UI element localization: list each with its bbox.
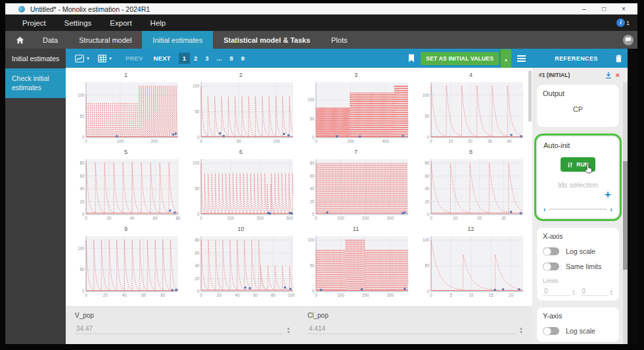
svg-text:50: 50 <box>425 263 430 268</box>
references-header: REFERENCES <box>532 49 628 68</box>
menu-item-export[interactable]: Export <box>101 19 141 27</box>
tab-initial-estimates[interactable]: Initial estimates <box>142 31 213 49</box>
plot-chart: 020406080050100 <box>70 233 182 303</box>
param-stepper-cl-pop[interactable]: ▲▼ <box>519 326 523 334</box>
minimize-button[interactable]: – <box>574 5 594 12</box>
set-values-dropdown[interactable]: ▼ <box>500 49 511 68</box>
svg-text:15: 15 <box>488 293 494 297</box>
scroll-right-icon[interactable]: › <box>610 206 612 213</box>
menu-item-help[interactable]: Help <box>141 19 175 27</box>
window-title: Untitled* - Monolix estimation - 2024R1 <box>30 5 150 13</box>
plots-scrollbar[interactable] <box>528 70 532 260</box>
svg-text:50: 50 <box>80 267 85 272</box>
remove-reference-icon[interactable]: × <box>616 72 620 78</box>
mouse-cursor <box>585 163 594 176</box>
xaxis-limit-max-input[interactable] <box>581 287 609 296</box>
svg-text:0: 0 <box>81 135 84 139</box>
prev-page-button[interactable]: PREV <box>126 55 143 62</box>
svg-text:100: 100 <box>192 84 199 88</box>
home-tab[interactable] <box>5 31 32 49</box>
svg-text:30: 30 <box>487 139 492 143</box>
references-scrollbar-thumb[interactable] <box>623 161 628 270</box>
close-button[interactable]: × <box>614 5 633 12</box>
xaxis-limit-max-stepper[interactable]: ▲▼ <box>610 289 613 296</box>
svg-text:0: 0 <box>430 216 432 220</box>
param-value-input-cl-pop[interactable] <box>308 324 515 334</box>
plots-scrollbar-thumb[interactable] <box>528 70 532 122</box>
svg-text:100: 100 <box>192 161 199 165</box>
xaxis-limit-min-input[interactable] <box>543 287 570 296</box>
svg-text:20: 20 <box>195 276 200 281</box>
notifications-icon[interactable]: i <box>616 18 625 27</box>
plot-title: 12 <box>467 224 474 233</box>
scroll-left-icon[interactable]: ‹ <box>543 206 546 213</box>
plot-type-dropdown[interactable]: ▼ <box>75 55 90 63</box>
param-field-v-pop: V_pop▲▼ <box>75 312 290 344</box>
plot-chart: 0100200300020406080 <box>300 156 412 226</box>
plot-3: 30200400050100 <box>298 70 413 147</box>
page-button-1[interactable]: 1 <box>179 53 190 64</box>
output-title: Output <box>543 89 613 97</box>
svg-text:10: 10 <box>469 293 474 297</box>
svg-text:80: 80 <box>80 161 85 165</box>
svg-text:100: 100 <box>116 139 124 143</box>
svg-text:50: 50 <box>425 114 430 118</box>
plots-toolbar: ▼ ▼ PREV NEXT 123...89 SET AS INITIAL VA… <box>66 49 532 68</box>
plot-11: 110100200300050100 <box>298 224 413 301</box>
sidebar-item-check-initial-estimates[interactable]: Check initial estimates <box>5 68 66 97</box>
param-name: V_pop <box>75 312 290 319</box>
svg-text:40: 40 <box>425 186 430 191</box>
plot-5: 5020406080020406080 <box>68 147 183 224</box>
svg-text:100: 100 <box>422 93 429 97</box>
grid-icon <box>98 55 106 63</box>
svg-text:10: 10 <box>448 139 453 143</box>
trash-icon[interactable] <box>615 55 622 63</box>
param-stepper-v-pop[interactable]: ▲▼ <box>287 326 290 334</box>
tab-bar: DataStructural modelInitial estimatesSta… <box>5 31 637 49</box>
xaxis-log-scale-toggle[interactable] <box>543 247 559 255</box>
param-value-input-v-pop[interactable] <box>75 324 283 334</box>
plot-title: 2 <box>239 70 242 79</box>
next-page-button[interactable]: NEXT <box>154 55 171 62</box>
svg-text:0: 0 <box>200 139 202 143</box>
tab-plots[interactable]: Plots <box>321 31 357 49</box>
references-panel: REFERENCES #1 (INITIAL) × Output CP <box>532 49 628 344</box>
add-ids-button[interactable]: + <box>605 188 611 201</box>
svg-text:20: 20 <box>310 199 315 204</box>
tab-statistical-model-tasks[interactable]: Statistical model & Tasks <box>213 31 321 49</box>
tab-data[interactable]: Data <box>32 31 68 49</box>
menu-icon[interactable] <box>517 55 526 62</box>
download-icon[interactable] <box>605 72 612 79</box>
yaxis-log-scale-toggle[interactable] <box>543 327 559 335</box>
grid-layout-dropdown[interactable]: ▼ <box>98 55 112 63</box>
bookmark-icon[interactable] <box>408 54 415 63</box>
scroll-track[interactable] <box>549 209 608 210</box>
svg-text:20: 20 <box>468 139 473 143</box>
page-button-8[interactable]: 8 <box>226 53 237 64</box>
feedback-chat-button[interactable] <box>623 35 633 45</box>
tab-structural-model[interactable]: Structural model <box>68 31 142 49</box>
page-button-3[interactable]: 3 <box>201 53 212 64</box>
notification-count: 1 <box>626 20 630 26</box>
maximize-button[interactable]: □ <box>594 5 614 12</box>
xaxis-title: X-axis <box>543 232 613 240</box>
set-as-initial-values-button[interactable]: SET AS INITIAL VALUES <box>421 52 499 65</box>
menu-item-settings[interactable]: Settings <box>55 19 101 27</box>
svg-text:20: 20 <box>103 293 108 297</box>
page-button-9[interactable]: 9 <box>237 53 248 64</box>
param-field-cl-pop: Cl_pop▲▼ <box>308 312 523 344</box>
svg-text:40: 40 <box>235 293 240 297</box>
output-card: Output CP <box>537 85 619 127</box>
plot-chart: 05101520050100 <box>415 233 527 303</box>
xaxis-limit-min-stepper[interactable]: ▲▼ <box>572 289 575 296</box>
plot-chart: 0100200300050100 <box>300 233 412 303</box>
ids-horizontal-scrollbar[interactable]: ‹ › <box>543 206 612 213</box>
xaxis-same-limits-toggle[interactable] <box>543 262 559 270</box>
sidebar-item-initial-estimates[interactable]: Initial estimates <box>5 49 66 68</box>
menu-item-project[interactable]: Project <box>13 19 55 27</box>
app-window: Untitled* - Monolix estimation - 2024R1 … <box>5 3 637 344</box>
page-button-2[interactable]: 2 <box>190 53 201 64</box>
svg-text:50: 50 <box>195 186 200 191</box>
references-scrollbar[interactable] <box>623 82 628 344</box>
svg-text:40: 40 <box>80 186 85 191</box>
